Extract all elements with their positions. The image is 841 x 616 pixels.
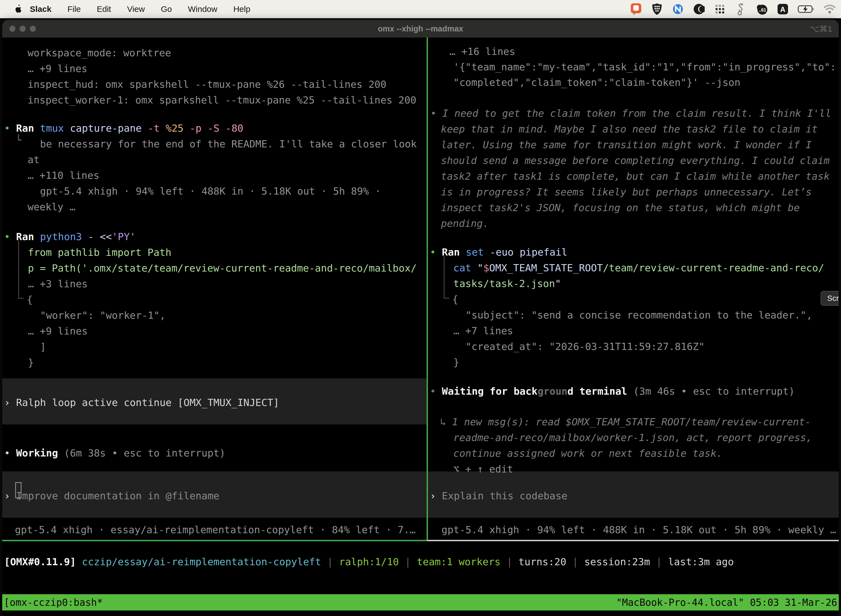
terminal-window: omx --xhigh --madmax ⌥⌘1 workspace_mode:… [2, 20, 839, 616]
terminal-line: inspect_worker-1: omx sparkshell --tmux-… [28, 94, 416, 106]
output-connector-line [444, 256, 444, 299]
terminal-line: pending. [441, 217, 489, 230]
terminal-line: ] [40, 341, 46, 353]
menu-item-file[interactable]: File [67, 4, 81, 14]
crescent-circle-icon[interactable] [693, 3, 705, 15]
terminal-line: } [28, 356, 34, 369]
terminal-line: › Explain this codebase [430, 490, 568, 502]
badge-61-icon[interactable]: ..61 [756, 3, 768, 15]
terminal-line: … +3 lines [28, 278, 88, 290]
terminal-line: be necessary for the end of the README. … [40, 138, 417, 150]
terminal-line: › Improve documentation in @filename [4, 490, 219, 502]
terminal-line: cat "$OMX_TEAM_STATE_ROOT/team/review-cu… [453, 262, 824, 274]
terminal-line: readme-and-reco/mailbox/worker-1.json, a… [453, 432, 812, 444]
menu-item-go[interactable]: Go [161, 4, 172, 14]
terminal-line: task2 after task1 is complete, but can I… [441, 170, 830, 182]
terminal-line: inspect task2's JSON, focusing on the st… [441, 202, 800, 214]
terminal-line: is in progress? It seems likely but perh… [441, 186, 812, 198]
terminal-line: • Working (6m 38s • esc to interrupt) [4, 447, 226, 459]
screen-tooltip-label: Scre [827, 294, 839, 303]
output-connector-line [18, 241, 19, 299]
blue-bolt-icon[interactable] [672, 3, 684, 15]
dots-grid-icon[interactable] [714, 3, 726, 15]
svg-text:A: A [780, 5, 785, 13]
terminal-line: weekly … [28, 201, 75, 213]
terminal-line: "subject": "send a concise recommendatio… [466, 309, 812, 321]
svg-text:..61: ..61 [759, 8, 766, 12]
status-icons: ..61 A [630, 0, 836, 18]
terminal-line: workspace_mode: worktree [28, 47, 171, 59]
terminal-line: p = Path('.omx/state/team/review-current… [28, 262, 417, 274]
tmux-pane-divider[interactable] [426, 38, 428, 540]
tmux-hborder-inactive[interactable] [427, 540, 839, 541]
terminal-line: … +7 lines [453, 325, 513, 337]
terminal-line: keep that in mind. Maybe I also need the… [441, 123, 818, 135]
menu-item-window[interactable]: Window [188, 4, 217, 14]
terminal-line: } [453, 356, 459, 368]
terminal-line: • Ran tmux capture-pane -t %25 -p -S -80 [4, 122, 243, 134]
menu-items: SlackFileEditViewGoWindowHelp [30, 4, 250, 14]
terminal-line: … +9 lines [28, 63, 88, 75]
terminal-line: … +110 lines [28, 169, 99, 182]
terminal-line: "worker": "worker-1", [40, 309, 166, 321]
menu-item-edit[interactable]: Edit [97, 4, 111, 14]
terminal-line: { [452, 293, 458, 305]
terminal-line: └ [15, 134, 22, 146]
terminal-line: ↳ 1 new msg(s): read $OMX_TEAM_STATE_ROO… [440, 416, 811, 428]
output-connector-foot [444, 298, 449, 299]
screenshot-chat-icon[interactable] [630, 3, 642, 15]
terminal-line: [OMX#0.11.9] cczip/essay/ai-reimplementa… [4, 556, 734, 568]
terminal-line: • Waiting for background terminal (3m 46… [430, 385, 795, 397]
terminal-line: later. Using the same for transition mig… [441, 139, 812, 151]
terminal-line: at [28, 154, 40, 166]
screen-tooltip: Scre [820, 291, 839, 306]
menu-item-slack[interactable]: Slack [30, 4, 51, 14]
shield-grid-icon[interactable] [651, 3, 663, 15]
menu-bar: SlackFileEditViewGoWindowHelp ..61 A [0, 0, 841, 18]
terminal-line: should send a message before completing … [441, 154, 830, 167]
terminal-line: › Ralph loop active continue [OMX_TMUX_I… [4, 397, 279, 409]
terminal-line: inspect_hud: omx sparkshell --tmux-pane … [28, 78, 386, 91]
terminal-line: { [27, 294, 33, 306]
tmux-host-clock: "MacBook-Pro-44.local" 05:03 31-Mar-26 [616, 597, 837, 608]
battery-charging-icon[interactable] [797, 3, 815, 15]
tmux-status-bar: [omx-cczip0:bash* "MacBook-Pro-44.local"… [2, 594, 839, 610]
terminal-line: • I need to get the claim token from the… [431, 107, 831, 119]
tmux-session-name[interactable]: [omx-cczip0:bash* [4, 597, 103, 608]
s-hook-icon[interactable] [734, 3, 747, 15]
output-connector-foot [18, 298, 24, 299]
terminal-line: '{"team_name":"my-team","task_id":"1","f… [453, 61, 836, 73]
menu-item-view[interactable]: View [127, 4, 145, 14]
terminal-line: gpt-5.4 xhigh · 94% left · 488K in · 5.1… [40, 185, 381, 197]
terminal-line: … +16 lines [450, 45, 515, 58]
apple-menu-icon[interactable] [14, 4, 22, 14]
terminal-line: … +9 lines [28, 325, 88, 337]
wifi-icon[interactable] [823, 3, 836, 15]
terminal-line: "created_at": "2026-03-31T11:59:27.816Z" [466, 340, 705, 353]
terminal-line: gpt-5.4 xhigh · 94% left · 488K in · 5.1… [441, 524, 836, 536]
terminal-line: tasks/task-2.json" [453, 278, 561, 290]
terminal-line: from pathlib import Path [28, 246, 171, 259]
terminal-content: workspace_mode: worktree… +9 linesinspec… [2, 20, 839, 616]
terminal-line: "completed","claim_token":"claim-token"}… [453, 76, 740, 89]
terminal-line: • Ran python3 - <<'PY' [4, 231, 136, 243]
terminal-line: • Ran set -euo pipefail [430, 246, 568, 258]
menu-item-help[interactable]: Help [233, 4, 251, 14]
terminal-line: continue assigned work or next feasible … [453, 447, 722, 459]
terminal-line: gpt-5.4 xhigh · essay/ai-reimplementatio… [15, 524, 416, 536]
terminal-line: ⌥ + ↑ edit [453, 463, 513, 475]
input-source-a-icon[interactable]: A [777, 3, 789, 15]
tmux-hborder-active[interactable] [2, 540, 427, 541]
